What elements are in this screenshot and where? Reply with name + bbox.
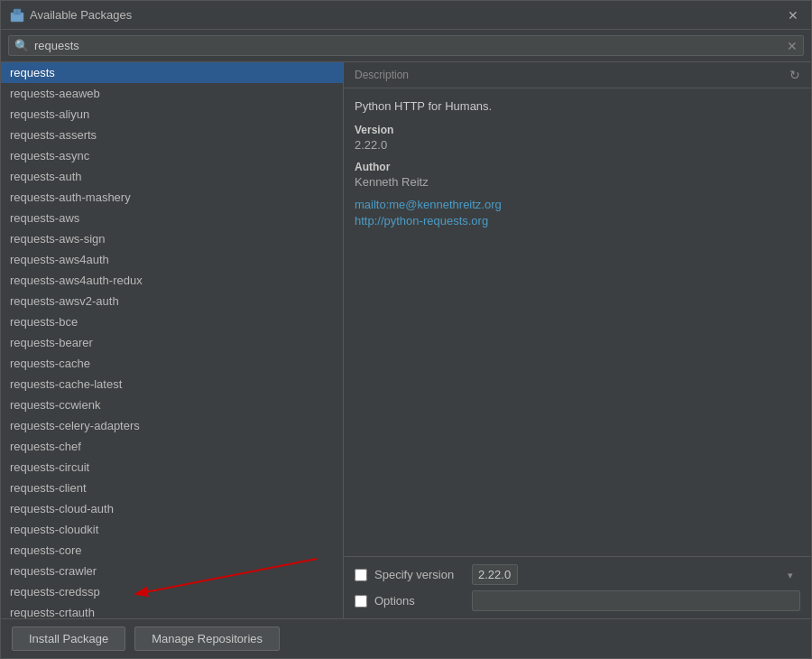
- search-bar: 🔍 ✕: [1, 30, 811, 62]
- list-item[interactable]: requests: [1, 62, 343, 83]
- footer: Install Package Manage Repositories: [1, 618, 811, 658]
- main-content: requestsrequests-aeawebrequests-aliyunre…: [1, 62, 811, 618]
- options-input[interactable]: [472, 590, 800, 611]
- author-label: Author: [355, 161, 800, 173]
- desc-tagline: Python HTTP for Humans.: [355, 99, 800, 113]
- options-row: Options: [355, 590, 800, 611]
- bottom-controls: Specify version 2.22.0 2.21.0 2.20.0 2.1…: [344, 556, 811, 618]
- title-bar: Available Packages ✕: [1, 1, 811, 30]
- version-value: 2.22.0: [355, 138, 800, 152]
- specify-version-label: Specify version: [374, 568, 465, 581]
- list-item[interactable]: requests-asserts: [1, 125, 343, 145]
- version-label: Version: [355, 124, 800, 136]
- list-item[interactable]: requests-aws4auth: [1, 249, 343, 270]
- version-select[interactable]: 2.22.0 2.21.0 2.20.0 2.19.0: [472, 564, 518, 585]
- list-item[interactable]: requests-cache-latest: [1, 374, 343, 394]
- list-item[interactable]: requests-auth-mashery: [1, 187, 343, 208]
- search-input[interactable]: [34, 39, 781, 52]
- list-item[interactable]: requests-client: [1, 478, 343, 498]
- list-item[interactable]: requests-cache: [1, 353, 343, 374]
- list-item[interactable]: requests-chef: [1, 436, 343, 457]
- search-icon: 🔍: [14, 39, 29, 52]
- search-wrapper: 🔍 ✕: [8, 35, 804, 56]
- specify-version-checkbox[interactable]: [355, 569, 367, 581]
- specify-version-row: Specify version 2.22.0 2.21.0 2.20.0 2.1…: [355, 564, 800, 585]
- list-item[interactable]: requests-aws: [1, 208, 343, 228]
- available-packages-dialog: Available Packages ✕ 🔍 ✕ requestsrequest…: [0, 0, 812, 659]
- list-item[interactable]: requests-bce: [1, 311, 343, 332]
- list-item[interactable]: requests-aeaweb: [1, 83, 343, 104]
- list-item[interactable]: requests-cloudkit: [1, 519, 343, 540]
- list-item[interactable]: requests-celery-adapters: [1, 415, 343, 436]
- list-item[interactable]: requests-aws-sign: [1, 228, 343, 249]
- package-list: requestsrequests-aeawebrequests-aliyunre…: [1, 62, 343, 618]
- list-item[interactable]: requests-circuit: [1, 457, 343, 478]
- list-item[interactable]: requests-crawler: [1, 561, 343, 581]
- list-item[interactable]: requests-core: [1, 540, 343, 561]
- list-item[interactable]: requests-ccwienk: [1, 394, 343, 415]
- author-value: Kenneth Reitz: [355, 175, 800, 189]
- title-bar-left: Available Packages: [10, 8, 132, 23]
- list-item[interactable]: requests-credssp: [1, 581, 343, 602]
- options-label: Options: [374, 594, 465, 608]
- search-clear-icon[interactable]: ✕: [787, 40, 798, 52]
- website-link[interactable]: http://python-requests.org: [355, 214, 800, 227]
- package-icon: [10, 8, 24, 23]
- dialog-title: Available Packages: [30, 8, 132, 22]
- description-section: Description ↻ Python HTTP for Humans. Ve…: [344, 62, 811, 618]
- list-item[interactable]: requests-async: [1, 145, 343, 166]
- close-button[interactable]: ✕: [784, 6, 802, 24]
- email-link[interactable]: mailto:me@kennethreitz.org: [355, 198, 800, 211]
- list-item[interactable]: requests-crtauth: [1, 602, 343, 618]
- list-item[interactable]: requests-aliyun: [1, 104, 343, 125]
- refresh-icon[interactable]: ↻: [789, 68, 800, 82]
- list-item[interactable]: requests-auth: [1, 166, 343, 187]
- list-item[interactable]: requests-bearer: [1, 332, 343, 353]
- description-label: Description: [355, 69, 409, 81]
- manage-repositories-button[interactable]: Manage Repositories: [134, 627, 280, 651]
- options-checkbox[interactable]: [355, 595, 367, 608]
- version-select-wrapper: 2.22.0 2.21.0 2.20.0 2.19.0: [472, 564, 800, 585]
- description-header: Description ↻: [344, 62, 811, 88]
- list-item[interactable]: requests-cloud-auth: [1, 498, 343, 519]
- package-list-section: requestsrequests-aeawebrequests-aliyunre…: [1, 62, 344, 618]
- list-item[interactable]: requests-awsv2-auth: [1, 291, 343, 311]
- list-item[interactable]: requests-aws4auth-redux: [1, 270, 343, 291]
- install-package-button[interactable]: Install Package: [12, 627, 125, 651]
- description-body: Python HTTP for Humans. Version 2.22.0 A…: [344, 88, 811, 556]
